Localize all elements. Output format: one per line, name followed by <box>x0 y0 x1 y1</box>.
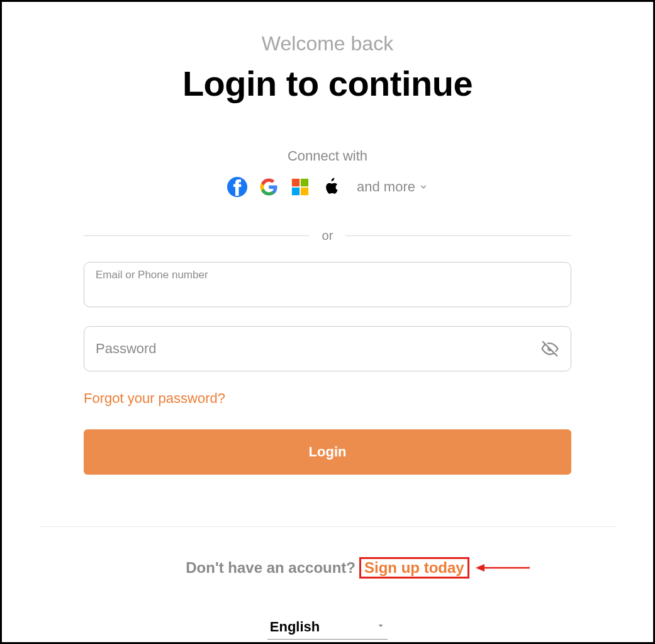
eye-off-icon[interactable] <box>540 339 559 358</box>
facebook-icon[interactable] <box>227 177 247 197</box>
no-account-text: Don't have an account? <box>186 559 355 577</box>
divider-line <box>84 235 310 236</box>
caret-down-icon <box>376 621 385 633</box>
email-input-container[interactable]: Email or Phone number <box>84 262 571 307</box>
and-more-label: and more <box>357 179 415 195</box>
google-icon[interactable] <box>259 177 279 197</box>
apple-icon[interactable] <box>322 177 342 197</box>
email-field[interactable] <box>96 283 559 299</box>
signup-link[interactable]: Sign up today <box>361 558 467 577</box>
page-title: Login to continue <box>2 63 653 104</box>
svg-rect-1 <box>292 179 300 186</box>
and-more-dropdown[interactable]: and more <box>357 179 428 195</box>
arrow-annotation-icon <box>476 563 530 573</box>
language-label: English <box>270 619 320 635</box>
password-input-container[interactable] <box>84 326 571 371</box>
forgot-password-link[interactable]: Forgot your password? <box>84 390 225 407</box>
separator-line <box>40 526 615 527</box>
email-label: Email or Phone number <box>96 269 208 281</box>
svg-rect-2 <box>301 179 308 186</box>
connect-with-label: Connect with <box>2 148 653 164</box>
chevron-down-icon <box>419 179 428 195</box>
divider-line <box>345 235 571 236</box>
welcome-back-text: Welcome back <box>2 32 653 55</box>
microsoft-icon[interactable] <box>290 177 310 197</box>
language-selector[interactable]: English <box>267 615 388 640</box>
password-field[interactable] <box>96 341 534 357</box>
svg-rect-4 <box>301 188 308 195</box>
login-button[interactable]: Login <box>84 429 571 475</box>
svg-rect-3 <box>292 188 300 195</box>
highlight-annotation: Sign up today <box>359 557 469 579</box>
or-divider-text: or <box>322 229 333 243</box>
